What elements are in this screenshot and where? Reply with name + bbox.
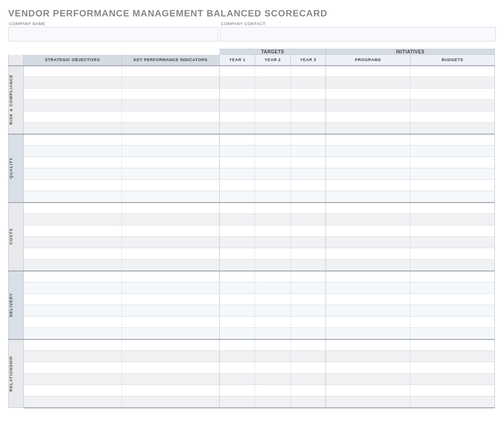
year2-cell-input[interactable] <box>255 135 290 146</box>
year3-cell-input[interactable] <box>291 123 326 134</box>
objective-cell-input[interactable] <box>24 111 121 122</box>
budgets-cell-input[interactable] <box>410 396 494 407</box>
year2-cell-input[interactable] <box>255 111 290 122</box>
budgets-cell-input[interactable] <box>410 203 494 214</box>
objective-cell-input[interactable] <box>24 89 121 99</box>
year1-cell-input[interactable] <box>220 385 255 396</box>
year2-cell-input[interactable] <box>255 123 290 134</box>
kpi-cell-input[interactable] <box>122 89 220 99</box>
year3-cell-input[interactable] <box>291 317 326 328</box>
year1-cell-input[interactable] <box>220 123 255 134</box>
programs-cell-input[interactable] <box>326 271 410 282</box>
objective-cell-input[interactable] <box>24 157 121 168</box>
year1-cell-input[interactable] <box>220 168 255 179</box>
year2-cell-input[interactable] <box>255 362 290 373</box>
year1-cell-input[interactable] <box>220 214 255 225</box>
kpi-cell-input[interactable] <box>122 191 220 202</box>
programs-cell-input[interactable] <box>326 123 410 134</box>
kpi-cell-input[interactable] <box>122 328 220 339</box>
programs-cell-input[interactable] <box>326 385 410 396</box>
objective-cell-input[interactable] <box>24 385 121 396</box>
year3-cell-input[interactable] <box>291 260 326 271</box>
year2-cell-input[interactable] <box>255 374 290 385</box>
year3-cell-input[interactable] <box>291 111 326 122</box>
budgets-cell-input[interactable] <box>410 157 494 168</box>
programs-cell-input[interactable] <box>326 180 410 191</box>
year1-cell-input[interactable] <box>220 351 255 362</box>
objective-cell-input[interactable] <box>24 214 121 225</box>
budgets-cell-input[interactable] <box>410 111 494 122</box>
programs-cell-input[interactable] <box>326 362 410 373</box>
year2-cell-input[interactable] <box>255 385 290 396</box>
budgets-cell-input[interactable] <box>410 374 494 385</box>
objective-cell-input[interactable] <box>24 374 121 385</box>
year2-cell-input[interactable] <box>255 66 290 77</box>
year2-cell-input[interactable] <box>255 89 290 99</box>
year1-cell-input[interactable] <box>220 191 255 202</box>
year2-cell-input[interactable] <box>255 100 290 111</box>
programs-cell-input[interactable] <box>326 225 410 236</box>
kpi-cell-input[interactable] <box>122 374 220 385</box>
objective-cell-input[interactable] <box>24 328 121 339</box>
year1-cell-input[interactable] <box>220 157 255 168</box>
kpi-cell-input[interactable] <box>122 135 220 146</box>
year3-cell-input[interactable] <box>291 374 326 385</box>
budgets-cell-input[interactable] <box>410 191 494 202</box>
kpi-cell-input[interactable] <box>122 248 220 259</box>
kpi-cell-input[interactable] <box>122 123 220 134</box>
year3-cell-input[interactable] <box>291 305 326 316</box>
year3-cell-input[interactable] <box>291 180 326 191</box>
year1-cell-input[interactable] <box>220 328 255 339</box>
kpi-cell-input[interactable] <box>122 168 220 179</box>
objective-cell-input[interactable] <box>24 203 121 214</box>
objective-cell-input[interactable] <box>24 305 121 316</box>
kpi-cell-input[interactable] <box>122 305 220 316</box>
year3-cell-input[interactable] <box>291 214 326 225</box>
kpi-cell-input[interactable] <box>122 260 220 271</box>
programs-cell-input[interactable] <box>326 89 410 99</box>
budgets-cell-input[interactable] <box>410 225 494 236</box>
objective-cell-input[interactable] <box>24 282 121 293</box>
kpi-cell-input[interactable] <box>122 282 220 293</box>
objective-cell-input[interactable] <box>24 340 121 351</box>
programs-cell-input[interactable] <box>326 282 410 293</box>
year2-cell-input[interactable] <box>255 203 290 214</box>
programs-cell-input[interactable] <box>326 294 410 305</box>
programs-cell-input[interactable] <box>326 374 410 385</box>
programs-cell-input[interactable] <box>326 146 410 156</box>
programs-cell-input[interactable] <box>326 214 410 225</box>
objective-cell-input[interactable] <box>24 237 121 248</box>
year3-cell-input[interactable] <box>291 191 326 202</box>
kpi-cell-input[interactable] <box>122 157 220 168</box>
year3-cell-input[interactable] <box>291 282 326 293</box>
year2-cell-input[interactable] <box>255 282 290 293</box>
year1-cell-input[interactable] <box>220 66 255 77</box>
year2-cell-input[interactable] <box>255 168 290 179</box>
programs-cell-input[interactable] <box>326 260 410 271</box>
objective-cell-input[interactable] <box>24 77 121 88</box>
programs-cell-input[interactable] <box>326 77 410 88</box>
budgets-cell-input[interactable] <box>410 271 494 282</box>
programs-cell-input[interactable] <box>326 237 410 248</box>
kpi-cell-input[interactable] <box>122 271 220 282</box>
budgets-cell-input[interactable] <box>410 214 494 225</box>
year2-cell-input[interactable] <box>255 146 290 156</box>
programs-cell-input[interactable] <box>326 328 410 339</box>
budgets-cell-input[interactable] <box>410 135 494 146</box>
objective-cell-input[interactable] <box>24 191 121 202</box>
budgets-cell-input[interactable] <box>410 66 494 77</box>
programs-cell-input[interactable] <box>326 340 410 351</box>
budgets-cell-input[interactable] <box>410 351 494 362</box>
objective-cell-input[interactable] <box>24 396 121 407</box>
year1-cell-input[interactable] <box>220 282 255 293</box>
year2-cell-input[interactable] <box>255 260 290 271</box>
year3-cell-input[interactable] <box>291 248 326 259</box>
programs-cell-input[interactable] <box>326 351 410 362</box>
year1-cell-input[interactable] <box>220 135 255 146</box>
kpi-cell-input[interactable] <box>122 385 220 396</box>
objective-cell-input[interactable] <box>24 168 121 179</box>
programs-cell-input[interactable] <box>326 396 410 407</box>
year1-cell-input[interactable] <box>220 362 255 373</box>
budgets-cell-input[interactable] <box>410 168 494 179</box>
objective-cell-input[interactable] <box>24 66 121 77</box>
